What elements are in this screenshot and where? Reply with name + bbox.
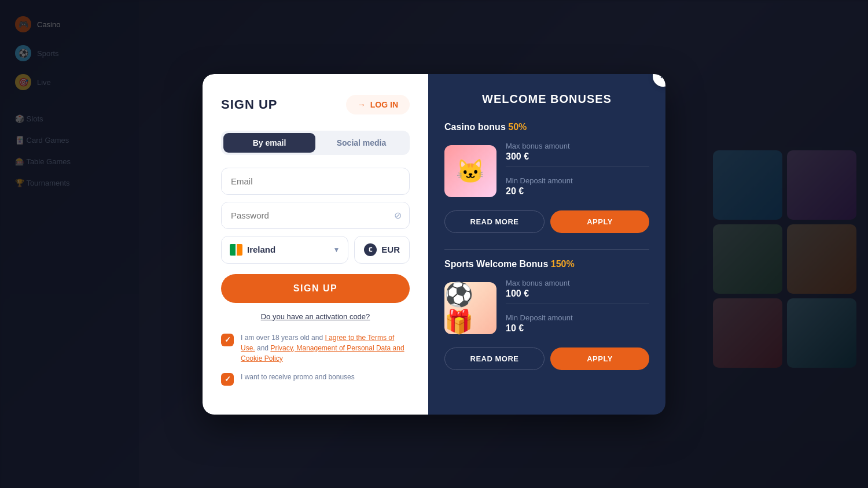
bonus-divider-2 — [506, 304, 649, 304]
sports-bonus-percent: 150% — [551, 259, 575, 269]
casino-gift-image: 🐱 — [444, 145, 496, 197]
panel-divider — [444, 249, 649, 250]
signup-panel: SIGN UP → LOG IN By email Social media ⊘ — [203, 74, 428, 415]
country-currency-row: Ireland ▼ € EUR — [221, 236, 410, 264]
activation-code-link[interactable]: Do you have an activation code? — [221, 312, 410, 321]
country-select[interactable]: Ireland ▼ — [221, 236, 348, 264]
country-name: Ireland — [247, 245, 328, 254]
currency-label: EUR — [381, 245, 400, 254]
promo-checkbox[interactable]: ✓ — [221, 373, 234, 386]
login-button[interactable]: → LOG IN — [346, 95, 410, 114]
min-deposit-value-2: 10 € — [506, 323, 649, 334]
signup-title: SIGN UP — [221, 97, 277, 112]
max-bonus-label-2: Max bonus amount — [506, 279, 649, 287]
sports-bonus-buttons: READ MORE APPLY — [444, 347, 649, 370]
promo-checkbox-row: ✓ I want to receive promo and bonuses — [221, 372, 410, 386]
min-deposit-label-2: Min Deposit amount — [506, 313, 649, 322]
ireland-flag — [230, 244, 242, 256]
checkmark-icon: ✓ — [225, 335, 231, 344]
login-button-label: LOG IN — [370, 100, 398, 109]
cat-gift-box: 🐱 — [444, 145, 496, 197]
casino-bonus-percent: 50% — [508, 122, 527, 132]
promo-label: I want to receive promo and bonuses — [241, 372, 355, 382]
password-wrapper: ⊘ — [221, 202, 410, 229]
flag-green — [230, 244, 236, 256]
tab-social-media[interactable]: Social media — [315, 133, 407, 153]
casino-read-more-button[interactable]: READ MORE — [444, 210, 545, 233]
tab-group: By email Social media — [221, 131, 410, 155]
currency-badge: € EUR — [354, 236, 410, 264]
casino-bonus-card: Casino bonus 50% 🐱 Max bonus amount 300 … — [444, 122, 649, 233]
terms-label: I am over 18 years old and I agree to th… — [241, 332, 410, 364]
email-input[interactable] — [221, 168, 410, 195]
modal-header: SIGN UP → LOG IN — [221, 95, 410, 114]
privacy-link[interactable]: Privacy, Management of Personal Data and… — [241, 344, 404, 363]
max-bonus-label-1: Max bonus amount — [506, 142, 649, 150]
terms-checkbox[interactable]: ✓ — [221, 334, 234, 346]
sports-bonus-card: Sports Welcome Bonus 150% ⚽🎁 Max bonus a… — [444, 259, 649, 370]
password-toggle-icon[interactable]: ⊘ — [394, 210, 402, 221]
sports-read-more-button[interactable]: READ MORE — [444, 347, 545, 370]
min-deposit-label-1: Min Deposit amount — [506, 176, 649, 185]
casino-bonus-info: Max bonus amount 300 € Min Deposit amoun… — [506, 142, 649, 201]
close-icon: × — [660, 74, 665, 83]
casino-apply-button[interactable]: APPLY — [550, 210, 649, 233]
password-input[interactable] — [221, 202, 410, 229]
tab-by-email[interactable]: By email — [223, 133, 315, 153]
bonus-panel: WELCOME BONUSES Casino bonus 50% 🐱 Max b… — [428, 74, 665, 415]
flag-orange — [237, 244, 242, 256]
sports-bonus-info: Max bonus amount 100 € Min Deposit amoun… — [506, 279, 649, 338]
bonus-divider-1 — [506, 167, 649, 167]
login-arrow-icon: → — [358, 100, 366, 109]
sports-bonus-body: ⚽🎁 Max bonus amount 100 € Min Deposit am… — [444, 279, 649, 338]
modal: × SIGN UP → LOG IN By email Social media — [203, 74, 665, 415]
modal-overlay: × SIGN UP → LOG IN By email Social media — [0, 0, 868, 488]
sports-apply-button[interactable]: APPLY — [550, 347, 649, 370]
max-bonus-value-1: 300 € — [506, 151, 649, 162]
sports-bonus-title: Sports Welcome Bonus 150% — [444, 259, 649, 269]
casino-bonus-title: Casino bonus 50% — [444, 122, 649, 132]
chevron-down-icon: ▼ — [333, 246, 340, 254]
signup-submit-button[interactable]: SIGN UP — [221, 274, 410, 303]
casino-bonus-buttons: READ MORE APPLY — [444, 210, 649, 233]
sports-gift-box: ⚽🎁 — [444, 282, 496, 334]
euro-icon: € — [364, 243, 377, 256]
bonuses-title: WELCOME BONUSES — [444, 93, 649, 106]
sports-gift-image: ⚽🎁 — [444, 282, 496, 334]
terms-checkbox-row: ✓ I am over 18 years old and I agree to … — [221, 332, 410, 364]
min-deposit-value-1: 20 € — [506, 186, 649, 197]
max-bonus-value-2: 100 € — [506, 289, 649, 299]
checkmark-icon-2: ✓ — [225, 375, 231, 383]
casino-bonus-body: 🐱 Max bonus amount 300 € Min Deposit amo… — [444, 142, 649, 201]
